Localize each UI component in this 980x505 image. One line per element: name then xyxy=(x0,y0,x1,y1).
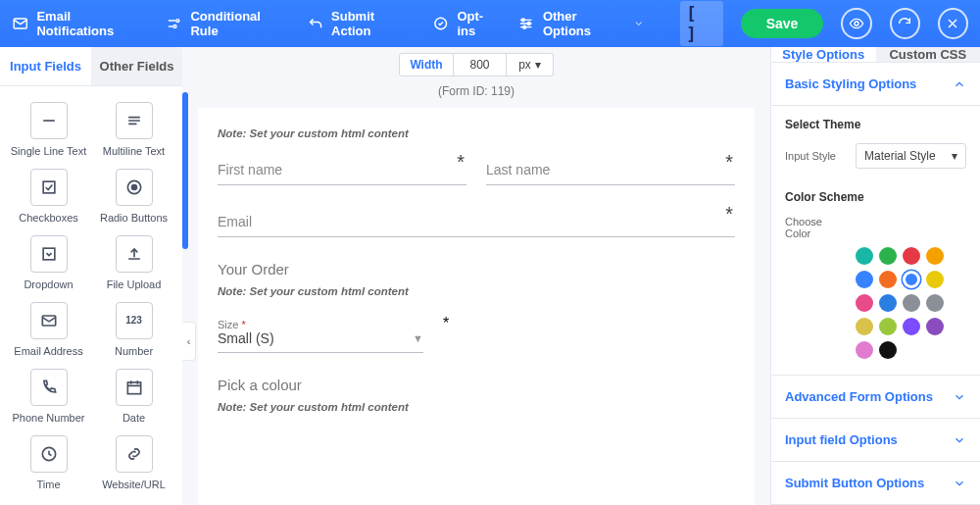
color-swatch[interactable] xyxy=(879,271,897,288)
mail-icon xyxy=(12,15,28,32)
color-swatch[interactable] xyxy=(879,294,897,312)
shortcode-button[interactable]: [ ] xyxy=(680,1,723,46)
submit-action-label: Submit Action xyxy=(331,9,415,38)
color-swatch[interactable] xyxy=(856,294,873,312)
fields-grid: Single Line Text Multiline Text Checkbox… xyxy=(0,86,182,505)
single-line-icon xyxy=(30,102,68,139)
color-swatch[interactable] xyxy=(903,318,920,335)
color-swatch[interactable] xyxy=(879,341,897,359)
field-single-line-text[interactable]: Single Line Text xyxy=(6,96,91,163)
color-swatch[interactable] xyxy=(856,318,873,335)
svg-point-7 xyxy=(855,22,858,25)
conditional-rule-menu[interactable]: Conditional Rule xyxy=(166,9,289,38)
opt-ins-menu[interactable]: Opt-ins xyxy=(432,9,500,38)
close-icon xyxy=(945,16,960,31)
required-star-icon: * xyxy=(725,151,733,174)
submit-button-options-accordion[interactable]: Submit Button Options xyxy=(771,462,980,505)
required-star-icon: * xyxy=(443,315,449,331)
color-swatch[interactable] xyxy=(856,271,873,288)
caret-down-icon: ▾ xyxy=(952,149,957,163)
form-id-label: (Form ID: 119) xyxy=(190,84,762,98)
svg-point-1 xyxy=(176,20,179,23)
color-swatch[interactable] xyxy=(926,247,944,265)
tab-style-options[interactable]: Style Options xyxy=(771,47,876,62)
last-name-field[interactable]: Last name* xyxy=(486,157,735,185)
email-notifications-menu[interactable]: Email Notifications xyxy=(12,9,148,38)
phone-icon xyxy=(30,369,68,406)
style-sidebar: Style Options Custom CSS Basic Styling O… xyxy=(770,47,980,505)
link-icon xyxy=(116,435,153,473)
first-name-field[interactable]: First name* xyxy=(218,157,466,185)
pick-colour-heading: Pick a colour xyxy=(218,377,735,393)
color-swatch[interactable] xyxy=(903,294,920,312)
svg-rect-8 xyxy=(43,181,55,193)
chevron-down-icon xyxy=(633,18,645,29)
field-website-url[interactable]: Website/URL xyxy=(91,429,176,496)
clock-icon xyxy=(30,435,68,473)
color-swatch[interactable] xyxy=(903,247,920,265)
chevron-down-icon xyxy=(953,477,966,490)
advanced-form-accordion[interactable]: Advanced Form Options xyxy=(771,376,980,419)
basic-styling-accordion[interactable]: Basic Styling Options xyxy=(771,63,980,106)
width-label: Width xyxy=(399,53,454,76)
radio-icon xyxy=(116,169,153,206)
other-options-label: Other Options xyxy=(543,9,626,38)
color-swatch[interactable] xyxy=(903,271,920,288)
tab-custom-css[interactable]: Custom CSS xyxy=(876,47,981,62)
field-number[interactable]: 123Number xyxy=(91,296,176,363)
opt-ins-label: Opt-ins xyxy=(457,9,500,38)
field-file-upload[interactable]: File Upload xyxy=(91,229,176,296)
color-swatches xyxy=(785,247,966,359)
field-date[interactable]: Date xyxy=(91,363,176,429)
email-field[interactable]: Email* xyxy=(218,209,735,237)
field-phone-number[interactable]: Phone Number xyxy=(6,363,91,429)
sidebar-scrollbar[interactable] xyxy=(182,92,188,249)
color-scheme-heading: Color Scheme xyxy=(785,190,966,204)
color-swatch[interactable] xyxy=(926,294,944,312)
refresh-icon xyxy=(897,16,912,31)
color-swatch[interactable] xyxy=(926,271,944,288)
choose-color-label: Choose Color xyxy=(785,216,846,239)
return-icon xyxy=(307,15,323,32)
field-multiline-text[interactable]: Multiline Text xyxy=(91,96,176,163)
svg-rect-11 xyxy=(43,248,55,260)
size-select[interactable]: Size * Small (S)▼ xyxy=(218,315,423,353)
upload-icon xyxy=(116,235,153,273)
tab-other-fields[interactable]: Other Fields xyxy=(91,47,182,85)
close-button[interactable] xyxy=(938,8,968,39)
submit-action-menu[interactable]: Submit Action xyxy=(307,9,415,38)
calendar-icon xyxy=(116,369,153,406)
settings-icon xyxy=(517,15,534,32)
sliders-icon xyxy=(166,15,182,32)
tab-input-fields[interactable]: Input Fields xyxy=(0,47,91,85)
width-input[interactable]: 800 xyxy=(454,53,507,76)
chevron-down-icon xyxy=(953,390,966,404)
color-swatch[interactable] xyxy=(856,247,873,265)
select-theme-heading: Select Theme xyxy=(785,118,966,131)
multiline-icon xyxy=(116,102,153,139)
input-field-options-accordion[interactable]: Input field Options xyxy=(771,419,980,462)
checkbox-icon xyxy=(30,169,68,206)
preview-button[interactable] xyxy=(841,8,871,39)
collapse-sidebar-button[interactable]: ‹ xyxy=(182,322,196,361)
other-options-menu[interactable]: Other Options xyxy=(517,9,645,38)
email-icon xyxy=(30,302,68,339)
svg-point-4 xyxy=(522,19,525,22)
svg-point-5 xyxy=(528,23,531,25)
save-button[interactable]: Save xyxy=(741,9,824,38)
width-unit-select[interactable]: px▾ xyxy=(507,53,554,76)
required-star-icon: * xyxy=(725,203,733,226)
input-style-select[interactable]: Material Style▾ xyxy=(856,143,966,169)
field-email-address[interactable]: Email Address xyxy=(6,296,91,363)
field-checkboxes[interactable]: Checkboxes xyxy=(6,163,91,229)
color-swatch[interactable] xyxy=(856,341,873,359)
chevron-down-icon xyxy=(953,433,966,447)
color-swatch[interactable] xyxy=(879,318,897,335)
refresh-button[interactable] xyxy=(890,8,920,39)
field-time[interactable]: Time xyxy=(6,429,91,496)
dropdown-icon xyxy=(30,235,68,273)
color-swatch[interactable] xyxy=(879,247,897,265)
field-dropdown[interactable]: Dropdown xyxy=(6,229,91,296)
field-radio-buttons[interactable]: Radio Buttons xyxy=(91,163,176,229)
color-swatch[interactable] xyxy=(926,318,944,335)
